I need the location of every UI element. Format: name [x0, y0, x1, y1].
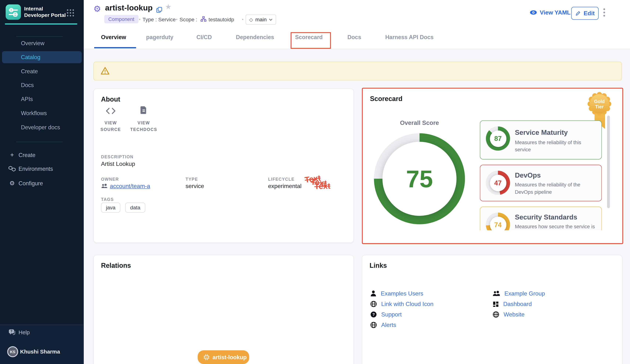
app-window: Internal Developer Portal Overview Catal… [0, 0, 630, 364]
check-score: 74 [486, 213, 510, 230]
sidebar-item-workflows[interactable]: Workflows [0, 107, 84, 119]
link-examples-users[interactable]: Examples Users [370, 289, 423, 298]
sidebar-action-create[interactable]: + Create [0, 149, 84, 161]
sidebar-item-developer-docs[interactable]: Developer docs [0, 121, 84, 133]
favorite-star-icon[interactable]: ★ [165, 2, 172, 11]
branch-selector[interactable]: ◇ main [246, 14, 276, 24]
link-alerts[interactable]: Alerts [370, 320, 396, 329]
avatar-initials: KS [10, 350, 16, 354]
link-label: Website [504, 311, 524, 318]
help-circle-icon: ? [370, 311, 377, 318]
tier-badge-line1: Gold [594, 99, 605, 104]
link-label: Dashboard [503, 301, 532, 307]
relations-node-artist-lookup[interactable]: artist-lookup [198, 350, 249, 364]
scorecard-panel: Scorecard [362, 88, 623, 244]
check-name: Security Standards [515, 214, 577, 222]
kebab-menu-icon[interactable] [603, 8, 606, 18]
entity-title: artist-lookup [105, 3, 153, 12]
tab-pagerduty[interactable]: pagerduty [146, 34, 174, 40]
sidebar-item-overview[interactable]: Overview [0, 37, 84, 49]
warning-banner [93, 62, 622, 80]
about-card: About VIEW SOURCE VIEW TECHDOCS DESCRIPT… [93, 88, 354, 243]
overall-score-gauge: 75 [374, 133, 465, 224]
view-techdocs-button[interactable]: VIEW TECHDOCS [128, 106, 160, 133]
svg-text:?: ? [10, 329, 12, 333]
sidebar-action-environments[interactable]: Environments [0, 163, 84, 175]
eye-icon [530, 10, 537, 15]
user-name[interactable]: Khushi Sharma [20, 349, 60, 355]
avatar[interactable]: KS [7, 346, 18, 357]
scorecard-tab-highlight-annotation [290, 32, 331, 49]
links-card: Links Examples Users Link with Cloud Ico… [362, 255, 622, 364]
entity-type-text: Type : Service [142, 16, 176, 22]
sidebar-item-create[interactable]: Create [0, 65, 84, 77]
link-support[interactable]: ? Support [370, 310, 402, 319]
tag-chip[interactable]: data [125, 202, 145, 213]
owner-row: account/team-a [101, 183, 150, 189]
relations-card: Relations artist-lookup [93, 255, 354, 364]
help-button[interactable]: ? Help [0, 326, 84, 338]
sidebar: Internal Developer Portal Overview Catal… [0, 0, 84, 364]
link-website[interactable]: Website [493, 310, 524, 319]
tab-docs[interactable]: Docs [347, 34, 361, 40]
copy-icon[interactable] [156, 7, 162, 13]
person-icon [370, 290, 376, 297]
kind-badge-label: Component [108, 16, 134, 22]
tag-chip[interactable]: java [101, 202, 120, 213]
entity-scope-label: Scope : [180, 16, 197, 22]
overall-score-label: Overall Score [385, 119, 454, 126]
about-title: About [101, 96, 120, 103]
link-with-cloud-icon[interactable]: Link with Cloud Icon [370, 300, 434, 308]
scorecard-scrollbar[interactable] [607, 116, 610, 208]
sidebar-action-configure[interactable]: ⚙ Configure [0, 177, 84, 189]
link-dashboard[interactable]: Dashboard [493, 300, 532, 308]
portal-logo-icon[interactable] [6, 4, 21, 20]
tab-dependencies[interactable]: Dependencies [236, 34, 274, 40]
people-icon [101, 184, 108, 188]
check-score: 87 [486, 126, 510, 150]
view-source-button[interactable]: VIEW SOURCE [94, 108, 127, 132]
tab-cicd[interactable]: CI/CD [196, 34, 212, 40]
help-label: Help [18, 329, 30, 335]
view-source-label: VIEW SOURCE [94, 120, 127, 132]
apps-grid-icon[interactable] [66, 8, 75, 17]
overall-score-value: 75 [374, 133, 465, 224]
check-card-service-maturity[interactable]: 87 Service Maturity Measures the reliabi… [480, 120, 602, 160]
people-icon [493, 291, 500, 296]
sidebar-item-label: Create [21, 68, 38, 74]
link-example-group[interactable]: Example Group [493, 289, 545, 298]
sidebar-item-catalog[interactable]: Catalog [2, 51, 82, 63]
description-label: DESCRIPTION [101, 154, 134, 159]
sidebar-action-label: Create [18, 152, 36, 158]
check-card-devops[interactable]: 47 DevOps Measures the reliability of th… [480, 165, 602, 202]
edit-button[interactable]: Edit [571, 7, 598, 20]
owner-link[interactable]: account/team-a [110, 183, 150, 189]
check-card-security-standards[interactable]: 74 Security Standards Measures how secur… [480, 206, 602, 230]
relations-node-label: artist-lookup [212, 354, 247, 360]
sidebar-item-label: Overview [21, 40, 44, 46]
link-label: Example Group [504, 290, 545, 297]
dot-separator: • [242, 17, 243, 22]
environments-icon [8, 166, 16, 172]
check-description: Measures the reliability of this service [515, 139, 596, 153]
help-chat-icon: ? [8, 329, 16, 336]
plus-icon: + [8, 151, 16, 158]
edit-label: Edit [584, 10, 595, 16]
tags-label: TAGS [101, 197, 114, 202]
code-icon [106, 108, 116, 114]
type-value: service [186, 183, 204, 189]
tab-overview[interactable]: Overview [101, 34, 126, 40]
view-yaml-button[interactable]: View YAML [530, 9, 570, 16]
sidebar-item-label: Docs [21, 82, 34, 88]
sidebar-item-docs[interactable]: Docs [0, 79, 84, 91]
sidebar-item-label: Workflows [21, 110, 47, 116]
scope-hierarchy-icon [200, 16, 206, 22]
links-title: Links [370, 262, 387, 270]
check-description: Measures how secure the service is [515, 223, 596, 230]
lifecycle-label: LIFECYCLE [268, 177, 294, 182]
sidebar-item-apis[interactable]: APIs [0, 93, 84, 105]
link-label: Examples Users [381, 290, 423, 297]
tab-harness-api-docs[interactable]: Harness API Docs [385, 34, 434, 40]
link-label: Alerts [381, 322, 396, 328]
sidebar-action-label: Environments [18, 166, 53, 172]
